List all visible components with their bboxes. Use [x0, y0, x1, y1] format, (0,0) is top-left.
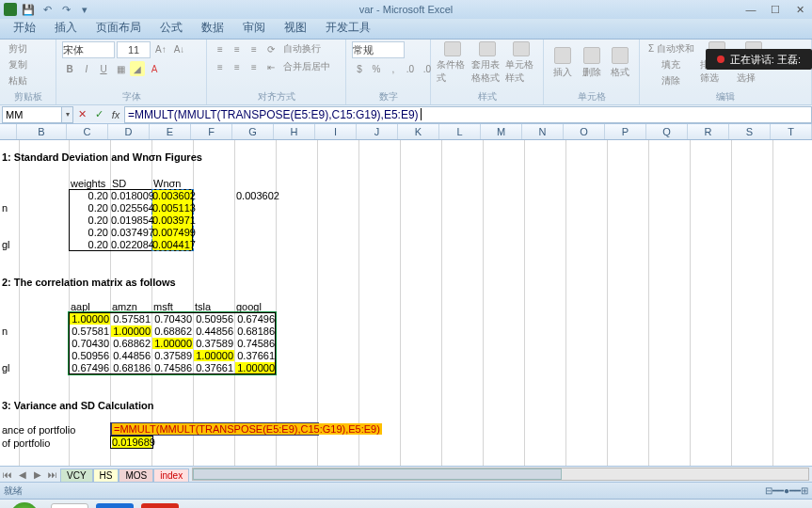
ribbon-tab-view[interactable]: 视图 [275, 17, 316, 39]
formula-enter-button[interactable]: ✓ [90, 106, 107, 123]
wrap-text-button[interactable]: 自动换行 [280, 41, 324, 56]
horizontal-scrollbar[interactable] [192, 468, 809, 481]
col-header[interactable]: T [771, 124, 812, 139]
col-header[interactable]: R [688, 124, 729, 139]
formula-input[interactable]: =MMULT(MMULT(TRANSPOSE(E5:E9),C15:G19),E… [124, 106, 812, 123]
qat-undo-icon[interactable]: ↶ [40, 2, 55, 17]
sheet-nav-prev[interactable]: ◀ [15, 467, 30, 482]
col-header[interactable]: D [108, 124, 150, 139]
cell-style-button[interactable]: 单元格样式 [505, 41, 537, 85]
col-header[interactable]: I [315, 124, 357, 139]
name-box-dropdown[interactable]: ▾ [62, 106, 73, 123]
col-header[interactable]: F [191, 124, 232, 139]
ribbon-tab-dev[interactable]: 开发工具 [316, 17, 380, 39]
qat-redo-icon[interactable]: ↷ [58, 2, 73, 17]
sheet-nav-next[interactable]: ▶ [30, 467, 45, 482]
col-header[interactable]: C [67, 124, 108, 139]
decrease-font-icon[interactable]: A↓ [171, 41, 188, 56]
fill-color-button[interactable]: ◢ [130, 61, 145, 76]
align-right-icon[interactable]: ≡ [247, 59, 262, 74]
taskbar-app-pdf[interactable] [141, 503, 179, 509]
indent-dec-icon[interactable]: ⇤ [263, 59, 279, 74]
autosum-button[interactable]: Σ 自动求和 [645, 41, 697, 56]
delete-cell-button[interactable]: 删除 [579, 41, 605, 85]
col-header[interactable]: G [232, 124, 274, 139]
percent-icon[interactable]: % [369, 61, 384, 76]
number-format-select[interactable] [352, 41, 405, 58]
qat-dropdown-icon[interactable]: ▾ [77, 2, 92, 17]
ribbon-tab-formulas[interactable]: 公式 [151, 17, 192, 39]
col-header[interactable]: M [481, 124, 522, 139]
paste-button[interactable]: 粘贴 [6, 73, 30, 88]
window-minimize-button[interactable]: — [739, 0, 763, 19]
inc-decimal-icon[interactable]: .0 [403, 61, 418, 76]
align-left-icon[interactable]: ≡ [213, 59, 228, 74]
col-header[interactable]: L [439, 124, 481, 139]
row-label-n: n [2, 202, 8, 214]
copy-button[interactable]: 复制 [6, 57, 30, 72]
window-close-button[interactable]: ✕ [788, 0, 812, 19]
currency-icon[interactable]: $ [352, 61, 367, 76]
corr-cell: 0.70430 [70, 338, 109, 349]
comma-icon[interactable]: , [386, 61, 401, 76]
col-header[interactable]: N [522, 124, 564, 139]
bold-button[interactable]: B [62, 61, 77, 76]
fx-icon[interactable]: fx [107, 106, 124, 123]
corr-cell: 0.68186 [111, 362, 151, 373]
qat-save-icon[interactable]: 💾 [21, 2, 36, 17]
scrollbar-thumb[interactable] [193, 468, 562, 480]
sheet-nav-last[interactable]: ⏭ [45, 467, 60, 482]
col-header[interactable]: K [398, 124, 439, 139]
fill-button[interactable]: 填充 [645, 57, 697, 72]
sheet-tab[interactable]: VCY [60, 468, 93, 482]
col-header[interactable]: J [357, 124, 398, 139]
ribbon-tab-insert[interactable]: 插入 [45, 17, 87, 39]
table-format-button[interactable]: 套用表格格式 [471, 41, 503, 85]
col-header[interactable]: S [729, 124, 771, 139]
col-header[interactable]: B [17, 124, 67, 139]
underline-button[interactable]: U [96, 61, 111, 76]
taskbar-excel[interactable] [51, 503, 88, 509]
italic-button[interactable]: I [79, 61, 94, 76]
select-all-corner[interactable] [0, 124, 17, 139]
formula-cancel-button[interactable]: ✕ [73, 106, 90, 123]
increase-font-icon[interactable]: A↑ [152, 41, 169, 56]
sheet-tab[interactable]: HS [93, 468, 119, 482]
ribbon-tab-layout[interactable]: 页面布局 [87, 17, 151, 39]
column-header-row: B C D E F G H I J K L M N O P Q R S T [0, 124, 812, 140]
align-top-icon[interactable]: ≡ [213, 41, 228, 56]
font-size-select[interactable] [117, 41, 151, 58]
start-button[interactable] [6, 503, 43, 509]
ribbon-tab-review[interactable]: 审阅 [233, 17, 275, 39]
sheet-tab[interactable]: MOS [119, 468, 153, 482]
clear-button[interactable]: 清除 [645, 73, 697, 88]
zoom-controls[interactable]: ⊟━━●━━⊞ [765, 485, 808, 496]
insert-cell-button[interactable]: 插入 [549, 41, 576, 85]
format-cell-button[interactable]: 格式 [607, 41, 633, 85]
ribbon-tab-data[interactable]: 数据 [192, 17, 233, 39]
window-maximize-button[interactable]: ☐ [763, 0, 788, 19]
cut-button[interactable]: 剪切 [6, 41, 30, 56]
status-bar: 就绪 ⊟━━●━━⊞ [0, 482, 812, 499]
align-mid-icon[interactable]: ≡ [230, 41, 245, 56]
orientation-icon[interactable]: ⟳ [263, 41, 279, 56]
sheet-tab[interactable]: index [153, 468, 189, 482]
align-bot-icon[interactable]: ≡ [247, 41, 262, 56]
active-formula-display: =MMULT(MMULT(TRANSPOSE(E5:E9),C15:G19),E… [112, 423, 382, 435]
col-header[interactable]: O [564, 124, 605, 139]
sheet-nav-first[interactable]: ⏮ [0, 467, 15, 482]
col-header[interactable]: H [274, 124, 315, 139]
border-button[interactable]: ▦ [113, 61, 128, 76]
ribbon-tab-home[interactable]: 开始 [4, 17, 45, 39]
spreadsheet-grid[interactable]: 1: Standard Deviation and Wnσn Figures w… [0, 140, 812, 466]
merge-button[interactable]: 合并后居中 [280, 59, 333, 74]
col-header[interactable]: E [150, 124, 191, 139]
col-header[interactable]: P [605, 124, 646, 139]
font-name-select[interactable] [62, 41, 115, 58]
align-center-icon[interactable]: ≡ [230, 59, 245, 74]
col-header[interactable]: Q [646, 124, 688, 139]
name-box[interactable]: MM [2, 106, 62, 123]
taskbar-app-blue[interactable] [96, 503, 134, 509]
font-color-button[interactable]: A [147, 61, 162, 76]
cond-format-button[interactable]: 条件格式 [437, 41, 469, 85]
